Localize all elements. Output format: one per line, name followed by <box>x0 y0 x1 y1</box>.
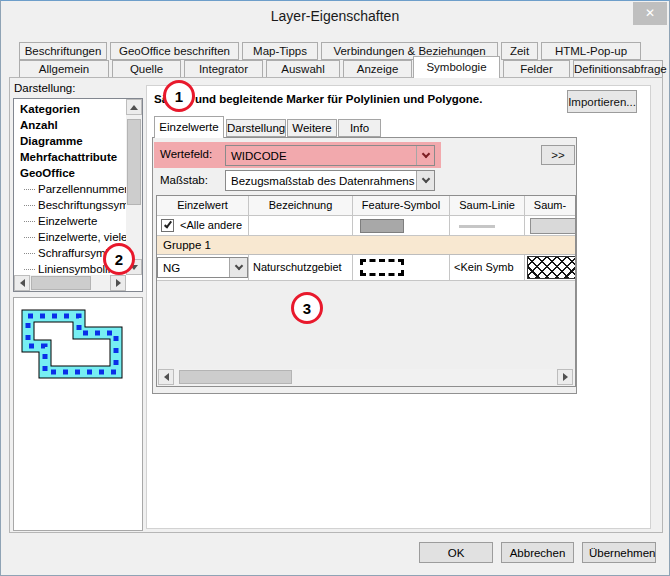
gray-line-swatch[interactable] <box>459 225 495 228</box>
chevron-down-icon <box>234 262 242 270</box>
einzelwerte-tab-body: Wertefeld: WIDCODE >> Maßstab: Bezugsmaß… <box>152 137 577 394</box>
list-item-beschriftungssymbolik[interactable]: Beschriftungssymb <box>14 197 126 213</box>
ok-button[interactable]: OK <box>419 542 493 563</box>
list-item-anzahl[interactable]: Anzahl <box>14 117 126 133</box>
horizontal-scroll-thumb[interactable] <box>179 370 292 384</box>
ng-value: NG <box>158 262 229 274</box>
column-header-saum-linie: Saum-Linie <box>450 196 525 215</box>
tab-integrator[interactable]: Integrator <box>184 60 263 78</box>
list-item-diagramme[interactable]: Diagramme <box>14 133 126 149</box>
close-button[interactable]: ✕ <box>633 2 667 25</box>
inner-tab-weitere[interactable]: Weitere <box>287 119 337 137</box>
scroll-up-icon <box>130 105 138 110</box>
tab-beschriftungen[interactable]: Beschriftungen <box>19 42 107 60</box>
scroll-right-icon <box>563 373 568 381</box>
list-item-parzellennummern[interactable]: Parzellennummern <box>14 181 126 197</box>
scroll-right-button[interactable] <box>557 369 573 385</box>
massstab-value: Bezugsmaßstab des Datenrahmens <box>226 175 416 187</box>
vertical-scroll-thumb[interactable] <box>127 119 141 205</box>
scroll-left-button[interactable] <box>14 275 30 291</box>
annotation-circle-2: 2 <box>103 243 135 275</box>
scroll-right-icon <box>116 279 121 287</box>
list-item-einzelwerte[interactable]: Einzelwerte <box>14 213 126 229</box>
tab-auswahl[interactable]: Auswahl <box>266 60 340 78</box>
ng-dropdown-button[interactable] <box>229 258 247 277</box>
apply-button[interactable]: Übernehmen <box>582 542 656 563</box>
panel-header-text: Säume und begleitende Marker für Polylin… <box>154 93 482 105</box>
close-icon: ✕ <box>645 6 655 20</box>
annotation-circle-1: 1 <box>163 80 195 112</box>
darstellung-label: Darstellung: <box>14 82 75 94</box>
black-dashed-rect-swatch[interactable] <box>360 259 404 276</box>
import-button[interactable]: Importieren... <box>567 90 637 113</box>
scroll-left-icon <box>20 279 25 287</box>
tree-connector <box>24 221 35 222</box>
column-header-einzelwert: Einzelwert <box>157 196 249 215</box>
column-header-bezeichnung: Bezeichnung <box>249 196 353 215</box>
scroll-right-button[interactable] <box>110 275 126 291</box>
massstab-dropdown-button[interactable] <box>416 171 434 190</box>
massstab-label: Maßstab: <box>160 174 208 186</box>
gray-rect-swatch[interactable] <box>360 219 404 233</box>
tree-connector <box>24 253 35 254</box>
list-item-geooffice[interactable]: GeoOffice <box>14 165 126 181</box>
table-row-all-other-values: <Alle andere <box>157 216 575 236</box>
annotation-circle-3: 3 <box>291 292 323 324</box>
check-icon <box>163 220 171 229</box>
wertefeld-label: Wertefeld: <box>160 148 212 160</box>
scroll-up-button[interactable] <box>126 99 142 115</box>
symbol-preview-panel <box>13 297 143 531</box>
expand-button[interactable]: >> <box>541 145 575 165</box>
massstab-dropdown[interactable]: Bezugsmaßstab des Datenrahmens <box>225 170 435 191</box>
cancel-button[interactable]: Abbrechen <box>501 542 574 563</box>
bezeichnung-cell <box>249 216 353 235</box>
scroll-left-button[interactable] <box>158 369 174 385</box>
chevron-down-icon <box>421 175 429 183</box>
inner-tab-control: Einzelwerte Darstellung Weitere Info Wer… <box>152 116 577 394</box>
table-group-row: Gruppe 1 <box>157 236 575 255</box>
column-header-saum-fuellung: Saum-Füllung <box>525 196 575 215</box>
inner-tab-einzelwerte[interactable]: Einzelwerte <box>154 116 224 138</box>
tab-symbologie[interactable]: Symbologie <box>413 56 500 78</box>
layer-properties-dialog: Layer-Eigenschaften ✕ Beschriftungen Geo… <box>0 0 670 576</box>
list-horizontal-scrollbar[interactable] <box>14 275 126 291</box>
tab-zeit[interactable]: Zeit <box>501 42 538 60</box>
values-table: Einzelwert Bezeichnung Feature-Symbol Sa… <box>156 195 576 387</box>
list-item-einzelwerte-viele[interactable]: Einzelwerte, viele <box>14 229 126 245</box>
einzelwert-ng-dropdown[interactable]: NG <box>157 257 248 278</box>
table-header-row: Einzelwert Bezeichnung Feature-Symbol Sa… <box>157 196 575 216</box>
wertefeld-value: WIDCODE <box>226 150 416 162</box>
tab-geooffice-beschriften[interactable]: GeoOffice beschriften <box>110 42 239 60</box>
tab-quelle[interactable]: Quelle <box>112 60 181 78</box>
inner-tab-darstellung[interactable]: Darstellung <box>226 119 286 137</box>
tree-connector <box>24 189 35 190</box>
saum-linie-cell: <Kein Symb <box>450 261 514 273</box>
horizontal-scroll-thumb[interactable] <box>31 276 91 290</box>
inner-tab-info[interactable]: Info <box>338 119 381 137</box>
einzelwert-cell: <Alle andere <box>176 216 242 235</box>
tree-connector <box>24 237 35 238</box>
table-horizontal-scrollbar[interactable] <box>157 369 575 386</box>
all-other-values-checkbox[interactable] <box>161 219 174 232</box>
wertefeld-dropdown[interactable]: WIDCODE <box>225 145 435 166</box>
table-row-naturschutzgebiet: NG Naturschutzgebiet <Kein Symb <box>157 255 575 281</box>
scroll-left-icon <box>164 373 169 381</box>
tab-definitionsabfrage[interactable]: Definitionsabfrage <box>573 60 663 78</box>
dialog-title: Layer-Eigenschaften <box>271 8 399 24</box>
tree-connector <box>24 205 35 206</box>
bezeichnung-cell: Naturschutzgebiet <box>249 261 342 273</box>
chevron-down-icon <box>421 150 429 158</box>
list-item-kategorien[interactable]: Kategorien <box>14 101 126 117</box>
column-header-feature-symbol: Feature-Symbol <box>353 196 450 215</box>
polygon-preview-image <box>18 306 138 386</box>
tab-anzeige[interactable]: Anzeige <box>343 60 412 78</box>
symbology-content-panel: Säume und begleitende Marker für Polylin… <box>146 85 651 529</box>
tab-allgemein[interactable]: Allgemein <box>19 60 109 78</box>
tab-html-pop-up[interactable]: HTML-Pop-up <box>541 42 641 60</box>
tab-felder[interactable]: Felder <box>503 60 570 78</box>
tab-map-tipps[interactable]: Map-Tipps <box>242 42 318 60</box>
wertefeld-dropdown-button[interactable] <box>416 146 434 165</box>
light-gray-rect-swatch[interactable] <box>530 218 575 234</box>
crosshatch-swatch[interactable] <box>527 256 575 279</box>
list-item-mehrfachattribute[interactable]: Mehrfachattribute <box>14 149 126 165</box>
